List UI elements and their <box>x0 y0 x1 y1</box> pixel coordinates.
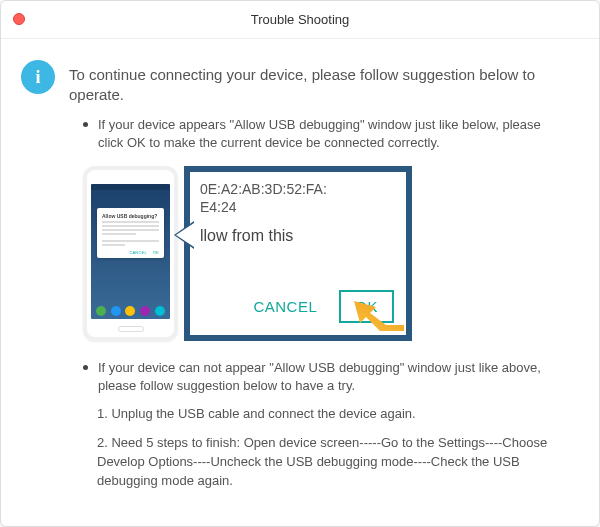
phone-dialog: Allow USB debugging? CANCEL OK <box>97 208 164 258</box>
cancel-button[interactable]: CANCEL <box>253 298 317 315</box>
phone-dialog-actions: CANCEL OK <box>102 250 159 255</box>
steps: 1. Unplug the USB cable and connect the … <box>97 405 569 490</box>
close-window-button[interactable] <box>13 13 25 25</box>
phone-dialog-cancel: CANCEL <box>129 250 146 255</box>
phone-statusbar <box>91 184 170 190</box>
bullet-item: If your device can not appear "Allow USB… <box>83 359 569 395</box>
bullet-list-2: If your device can not appear "Allow USB… <box>83 359 569 395</box>
content: i To continue connecting your device, pl… <box>1 39 599 521</box>
bullet-item: If your device appears "Allow USB debugg… <box>83 116 569 152</box>
bullet-text-2: If your device can not appear "Allow USB… <box>98 359 569 395</box>
phone-screen: Allow USB debugging? CANCEL OK <box>91 184 170 319</box>
dock-icon <box>140 306 150 316</box>
bullet-text-1: If your device appears "Allow USB debugg… <box>98 116 569 152</box>
home-button <box>118 326 144 332</box>
zoom-panel: 0E:A2:AB:3D:52:FA: E4:24 llow from this … <box>184 166 412 341</box>
phone-dock <box>91 303 170 319</box>
phone-dialog-title: Allow USB debugging? <box>102 213 159 219</box>
traffic-lights <box>13 13 25 25</box>
callout-pointer-inner <box>176 223 194 247</box>
bullet-dot <box>83 122 88 127</box>
window-title: Trouble Shooting <box>251 12 350 27</box>
svg-marker-0 <box>354 301 404 331</box>
zoom-allow-text: llow from this <box>200 226 396 247</box>
step-1: 1. Unplug the USB cable and connect the … <box>97 405 569 424</box>
step-2: 2. Need 5 steps to finish: Open device s… <box>97 434 569 491</box>
titlebar: Trouble Shooting <box>1 1 599 39</box>
lead-text: To continue connecting your device, plea… <box>69 57 569 106</box>
dock-icon <box>96 306 106 316</box>
dock-icon <box>111 306 121 316</box>
arrow-icon <box>346 295 406 335</box>
illustration: Allow USB debugging? CANCEL OK <box>83 166 569 341</box>
phone-mock: Allow USB debugging? CANCEL OK <box>83 166 178 341</box>
bullet-dot <box>83 365 88 370</box>
phone-dialog-ok: OK <box>153 250 159 255</box>
info-icon-letter: i <box>35 67 40 88</box>
dock-icon <box>155 306 165 316</box>
bullet-list: If your device appears "Allow USB debugg… <box>83 116 569 152</box>
info-icon: i <box>21 60 55 94</box>
zoom-fingerprint-line1: 0E:A2:AB:3D:52:FA: <box>200 180 396 198</box>
zoom-fingerprint-line2: E4:24 <box>200 198 396 216</box>
header-row: i To continue connecting your device, pl… <box>21 57 569 106</box>
dock-icon <box>125 306 135 316</box>
window: Trouble Shooting i To continue connectin… <box>0 0 600 527</box>
